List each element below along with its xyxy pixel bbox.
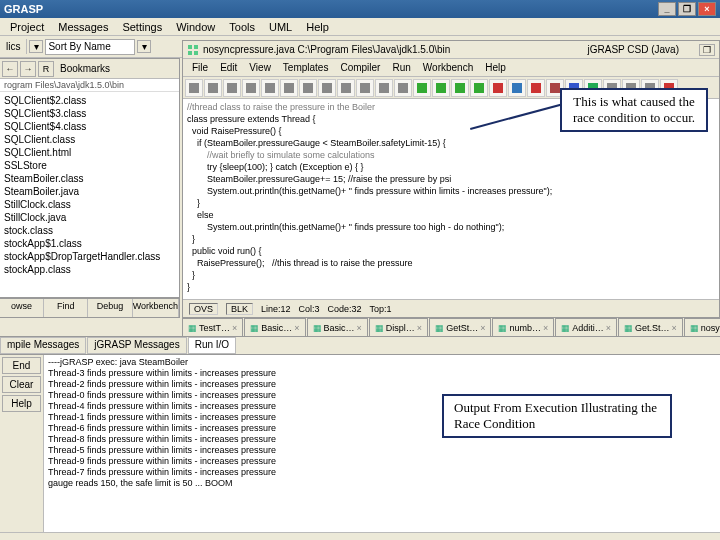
- saveall-icon[interactable]: [242, 79, 260, 97]
- close-icon[interactable]: ×: [232, 323, 237, 333]
- r-button[interactable]: R: [38, 61, 54, 77]
- list-item[interactable]: stockApp$DropTargetHandler.class: [0, 250, 179, 263]
- menu-help[interactable]: Help: [300, 20, 335, 34]
- file-tab[interactable]: ▦Get.St…×: [618, 318, 683, 336]
- list-item[interactable]: StillClock.java: [0, 211, 179, 224]
- back-button[interactable]: ←: [2, 61, 18, 77]
- menu-messages[interactable]: Messages: [52, 20, 114, 34]
- file-tab[interactable]: ▦Basic…×: [244, 318, 305, 336]
- file-tab[interactable]: ▦nosyn…×: [684, 318, 720, 336]
- viewtab-find[interactable]: Find: [44, 299, 88, 317]
- bookmarks-label[interactable]: Bookmarks: [56, 63, 114, 74]
- file-tab[interactable]: ▦GetSt…×: [429, 318, 491, 336]
- clear-button[interactable]: Clear: [2, 376, 41, 393]
- run2-icon[interactable]: [451, 79, 469, 97]
- maximize-button[interactable]: ❐: [678, 2, 696, 16]
- list-item[interactable]: StillClock.class: [0, 198, 179, 211]
- editor-menu-file[interactable]: File: [187, 61, 213, 74]
- menu-tools[interactable]: Tools: [223, 20, 261, 34]
- close-icon[interactable]: ×: [480, 323, 485, 333]
- message-tab[interactable]: Run I/O: [188, 337, 236, 354]
- list-item[interactable]: SQLClient$3.class: [0, 107, 179, 120]
- file-tab-label: nosyn…: [701, 323, 720, 333]
- minimize-button[interactable]: _: [658, 2, 676, 16]
- sort-dropdown-arrow[interactable]: ▾: [137, 40, 151, 53]
- path-input[interactable]: rogram Files\Java\jdk1.5.0\bin: [0, 79, 179, 92]
- console-line: Thread-2 finds pressure within limits - …: [48, 379, 716, 390]
- editor-menu-view[interactable]: View: [244, 61, 276, 74]
- undo-icon[interactable]: [299, 79, 317, 97]
- csd-icon[interactable]: [280, 79, 298, 97]
- sort-select[interactable]: [45, 39, 135, 55]
- list-item[interactable]: stockApp$1.class: [0, 237, 179, 250]
- editor-menu-help[interactable]: Help: [480, 61, 511, 74]
- code-line: System.out.println(this.getName()+ " fin…: [187, 221, 715, 233]
- forward-button[interactable]: →: [20, 61, 36, 77]
- editor-menu-edit[interactable]: Edit: [215, 61, 242, 74]
- list-item[interactable]: stock.class: [0, 224, 179, 237]
- print-icon[interactable]: [261, 79, 279, 97]
- console-line: ----jGRASP exec: java SteamBoiler: [48, 357, 716, 368]
- folder-icon[interactable]: [204, 79, 222, 97]
- svg-rect-3: [194, 51, 198, 55]
- close-icon[interactable]: ×: [294, 323, 299, 333]
- callout-race-cause: This is what caused the race condition t…: [560, 88, 708, 132]
- file-tab[interactable]: ▦TestT…×: [182, 318, 243, 336]
- file-tab[interactable]: ▦numb…×: [492, 318, 554, 336]
- paste-icon[interactable]: [375, 79, 393, 97]
- find-icon[interactable]: [394, 79, 412, 97]
- console-output[interactable]: ----jGRASP exec: java SteamBoilerThread-…: [44, 355, 720, 532]
- run-icon[interactable]: [432, 79, 450, 97]
- person-red-icon[interactable]: [489, 79, 507, 97]
- editor-max-icon[interactable]: ❐: [699, 44, 715, 56]
- close-button[interactable]: ×: [698, 2, 716, 16]
- plus-icon[interactable]: [470, 79, 488, 97]
- svg-rect-0: [188, 45, 192, 49]
- list-item[interactable]: SteamBoiler.class: [0, 172, 179, 185]
- close-icon[interactable]: ×: [417, 323, 422, 333]
- copy-icon[interactable]: [356, 79, 374, 97]
- menu-window[interactable]: Window: [170, 20, 221, 34]
- file-icon[interactable]: [185, 79, 203, 97]
- file-list: SQLClient$2.classSQLClient$3.classSQLCli…: [0, 92, 179, 278]
- bug-red-icon[interactable]: [527, 79, 545, 97]
- close-icon[interactable]: ×: [671, 323, 676, 333]
- list-item[interactable]: SQLClient$4.class: [0, 120, 179, 133]
- list-item[interactable]: SQLClient$2.class: [0, 94, 179, 107]
- editor-menu-templates[interactable]: Templates: [278, 61, 334, 74]
- close-icon[interactable]: ×: [357, 323, 362, 333]
- panel-dropdown[interactable]: ▾: [29, 40, 43, 53]
- save-icon[interactable]: [223, 79, 241, 97]
- close-icon[interactable]: ×: [606, 323, 611, 333]
- list-item[interactable]: stockApp.class: [0, 263, 179, 276]
- list-item[interactable]: SSLStore: [0, 159, 179, 172]
- menu-settings[interactable]: Settings: [116, 20, 168, 34]
- code-line: else: [187, 209, 715, 221]
- file-icon: ▦: [561, 323, 570, 333]
- help-button[interactable]: Help: [2, 395, 41, 412]
- viewtab-owse[interactable]: owse: [0, 299, 44, 317]
- file-icon: ▦: [313, 323, 322, 333]
- editor-menu-workbench[interactable]: Workbench: [418, 61, 478, 74]
- redo-icon[interactable]: [318, 79, 336, 97]
- message-tab[interactable]: jGRASP Messages: [87, 337, 186, 354]
- status-ovs: OVS: [189, 303, 218, 315]
- file-tab[interactable]: ▦Displ…×: [369, 318, 428, 336]
- list-item[interactable]: SQLClient.class: [0, 133, 179, 146]
- close-icon[interactable]: ×: [543, 323, 548, 333]
- editor-menu-compiler[interactable]: Compiler: [335, 61, 385, 74]
- file-tab[interactable]: ▦Additi…×: [555, 318, 617, 336]
- file-tab[interactable]: ▦Basic…×: [307, 318, 368, 336]
- end-button[interactable]: End: [2, 357, 41, 374]
- person-icon[interactable]: [508, 79, 526, 97]
- compile-icon[interactable]: [413, 79, 431, 97]
- menu-uml[interactable]: UML: [263, 20, 298, 34]
- menu-project[interactable]: Project: [4, 20, 50, 34]
- editor-menu-run[interactable]: Run: [387, 61, 415, 74]
- viewtab-debug[interactable]: Debug: [88, 299, 132, 317]
- list-item[interactable]: SteamBoiler.java: [0, 185, 179, 198]
- cut-icon[interactable]: [337, 79, 355, 97]
- viewtab-workbench[interactable]: Workbench: [133, 299, 179, 317]
- message-tab[interactable]: mpile Messages: [0, 337, 86, 354]
- list-item[interactable]: SQLClient.html: [0, 146, 179, 159]
